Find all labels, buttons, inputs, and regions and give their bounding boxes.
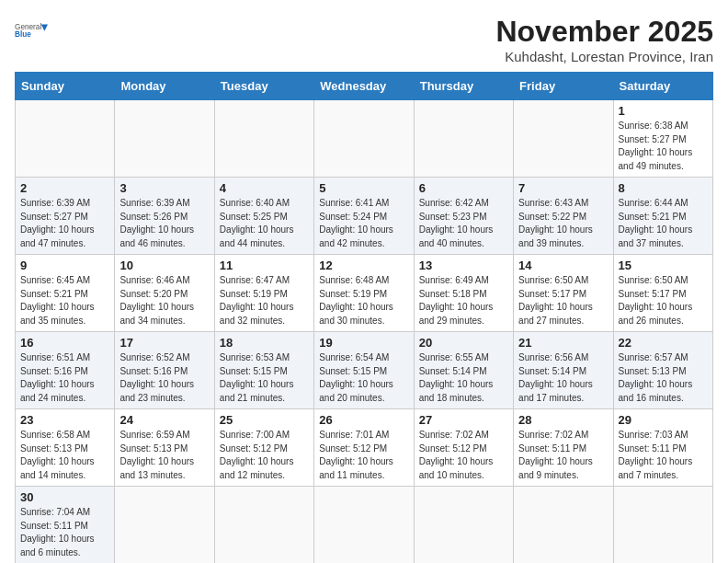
- day-number: 8: [619, 181, 708, 195]
- day-number: 21: [518, 336, 608, 350]
- day-number: 10: [119, 259, 209, 272]
- calendar-day-cell: 26Sunrise: 7:01 AMSunset: 5:12 PMDayligh…: [314, 409, 414, 487]
- weekday-header-friday: Friday: [514, 73, 613, 100]
- day-info: Sunrise: 6:48 AMSunset: 5:19 PMDaylight:…: [319, 274, 408, 327]
- day-info: Sunrise: 6:50 AMSunset: 5:17 PMDaylight:…: [518, 274, 608, 327]
- calendar-day-cell: 9Sunrise: 6:45 AMSunset: 5:21 PMDaylight…: [16, 255, 115, 332]
- calendar-day-cell: 10Sunrise: 6:46 AMSunset: 5:20 PMDayligh…: [115, 255, 214, 332]
- day-number: 4: [220, 181, 309, 195]
- day-number: 12: [319, 259, 408, 272]
- day-info: Sunrise: 7:01 AMSunset: 5:12 PMDaylight:…: [319, 429, 408, 482]
- location-subtitle: Kuhdasht, Lorestan Province, Iran: [495, 49, 713, 64]
- day-number: 9: [20, 259, 109, 272]
- day-info: Sunrise: 6:41 AMSunset: 5:24 PMDaylight:…: [319, 197, 408, 250]
- day-info: Sunrise: 7:02 AMSunset: 5:11 PMDaylight:…: [518, 429, 608, 482]
- day-info: Sunrise: 6:43 AMSunset: 5:22 PMDaylight:…: [518, 197, 608, 250]
- calendar-day-cell: 3Sunrise: 6:39 AMSunset: 5:26 PMDaylight…: [115, 178, 214, 255]
- day-number: 7: [518, 181, 608, 195]
- empty-day-cell: [214, 487, 313, 564]
- empty-day-cell: [514, 100, 613, 178]
- day-info: Sunrise: 7:03 AMSunset: 5:11 PMDaylight:…: [619, 429, 708, 482]
- day-number: 5: [319, 181, 408, 195]
- day-info: Sunrise: 7:00 AMSunset: 5:12 PMDaylight:…: [220, 429, 309, 482]
- day-info: Sunrise: 6:54 AMSunset: 5:15 PMDaylight:…: [319, 351, 408, 405]
- day-number: 18: [220, 336, 309, 350]
- logo: General Blue: [15, 18, 48, 42]
- calendar-day-cell: 18Sunrise: 6:53 AMSunset: 5:15 PMDayligh…: [214, 332, 313, 409]
- day-number: 20: [419, 336, 508, 350]
- day-number: 11: [220, 259, 309, 272]
- calendar-day-cell: 29Sunrise: 7:03 AMSunset: 5:11 PMDayligh…: [613, 409, 712, 487]
- day-info: Sunrise: 6:40 AMSunset: 5:25 PMDaylight:…: [220, 197, 309, 250]
- day-number: 16: [20, 336, 109, 350]
- calendar-week-row: 1Sunrise: 6:38 AMSunset: 5:27 PMDaylight…: [16, 100, 713, 178]
- day-info: Sunrise: 6:47 AMSunset: 5:19 PMDaylight:…: [220, 274, 309, 327]
- month-title: November 2025: [495, 15, 713, 49]
- svg-marker-2: [41, 25, 48, 31]
- empty-day-cell: [613, 487, 712, 564]
- calendar-day-cell: 12Sunrise: 6:48 AMSunset: 5:19 PMDayligh…: [314, 255, 414, 332]
- weekday-header-row: SundayMondayTuesdayWednesdayThursdayFrid…: [16, 73, 713, 100]
- calendar-day-cell: 22Sunrise: 6:57 AMSunset: 5:13 PMDayligh…: [613, 332, 712, 409]
- day-number: 3: [119, 181, 209, 195]
- day-info: Sunrise: 6:59 AMSunset: 5:13 PMDaylight:…: [119, 429, 209, 482]
- calendar-day-cell: 2Sunrise: 6:39 AMSunset: 5:27 PMDaylight…: [16, 178, 115, 255]
- calendar-week-row: 9Sunrise: 6:45 AMSunset: 5:21 PMDaylight…: [16, 255, 713, 332]
- day-number: 27: [419, 413, 508, 427]
- calendar-day-cell: 6Sunrise: 6:42 AMSunset: 5:23 PMDaylight…: [414, 178, 513, 255]
- day-number: 23: [20, 413, 109, 427]
- day-info: Sunrise: 6:38 AMSunset: 5:27 PMDaylight:…: [619, 120, 708, 173]
- day-info: Sunrise: 6:45 AMSunset: 5:21 PMDaylight:…: [20, 274, 109, 327]
- day-number: 28: [518, 413, 608, 427]
- weekday-header-monday: Monday: [115, 73, 214, 100]
- day-info: Sunrise: 6:39 AMSunset: 5:27 PMDaylight:…: [20, 197, 109, 250]
- day-info: Sunrise: 6:42 AMSunset: 5:23 PMDaylight:…: [419, 197, 508, 250]
- day-number: 14: [518, 259, 608, 272]
- empty-day-cell: [414, 100, 513, 178]
- day-number: 2: [20, 181, 109, 195]
- calendar-week-row: 16Sunrise: 6:51 AMSunset: 5:16 PMDayligh…: [16, 332, 713, 409]
- calendar-week-row: 23Sunrise: 6:58 AMSunset: 5:13 PMDayligh…: [16, 409, 713, 487]
- calendar-day-cell: 19Sunrise: 6:54 AMSunset: 5:15 PMDayligh…: [314, 332, 414, 409]
- day-number: 19: [319, 336, 408, 350]
- day-info: Sunrise: 6:49 AMSunset: 5:18 PMDaylight:…: [419, 274, 508, 327]
- weekday-header-thursday: Thursday: [414, 73, 513, 100]
- day-info: Sunrise: 7:02 AMSunset: 5:12 PMDaylight:…: [419, 429, 508, 482]
- calendar-day-cell: 8Sunrise: 6:44 AMSunset: 5:21 PMDaylight…: [613, 178, 712, 255]
- calendar-day-cell: 7Sunrise: 6:43 AMSunset: 5:22 PMDaylight…: [514, 178, 613, 255]
- day-info: Sunrise: 6:39 AMSunset: 5:26 PMDaylight:…: [119, 197, 209, 250]
- day-number: 24: [119, 413, 209, 427]
- day-number: 25: [220, 413, 309, 427]
- calendar-day-cell: 11Sunrise: 6:47 AMSunset: 5:19 PMDayligh…: [214, 255, 313, 332]
- title-area: November 2025 Kuhdasht, Lorestan Provinc…: [495, 15, 713, 64]
- calendar-day-cell: 4Sunrise: 6:40 AMSunset: 5:25 PMDaylight…: [214, 178, 313, 255]
- empty-day-cell: [314, 100, 414, 178]
- day-info: Sunrise: 6:51 AMSunset: 5:16 PMDaylight:…: [20, 351, 109, 405]
- calendar-table: SundayMondayTuesdayWednesdayThursdayFrid…: [15, 72, 713, 563]
- day-info: Sunrise: 7:04 AMSunset: 5:11 PMDaylight:…: [20, 506, 109, 559]
- empty-day-cell: [115, 100, 214, 178]
- calendar-day-cell: 21Sunrise: 6:56 AMSunset: 5:14 PMDayligh…: [514, 332, 613, 409]
- page-header: General Blue November 2025 Kuhdasht, Lor…: [15, 15, 713, 64]
- day-number: 26: [319, 413, 408, 427]
- logo-icon: General Blue: [15, 20, 48, 42]
- day-info: Sunrise: 6:50 AMSunset: 5:17 PMDaylight:…: [619, 274, 708, 327]
- calendar-day-cell: 1Sunrise: 6:38 AMSunset: 5:27 PMDaylight…: [613, 100, 712, 178]
- weekday-header-saturday: Saturday: [613, 73, 712, 100]
- empty-day-cell: [414, 487, 513, 564]
- day-number: 29: [619, 413, 708, 427]
- empty-day-cell: [16, 100, 115, 178]
- day-info: Sunrise: 6:55 AMSunset: 5:14 PMDaylight:…: [419, 351, 508, 405]
- empty-day-cell: [214, 100, 313, 178]
- calendar-day-cell: 28Sunrise: 7:02 AMSunset: 5:11 PMDayligh…: [514, 409, 613, 487]
- weekday-header-sunday: Sunday: [16, 73, 115, 100]
- empty-day-cell: [115, 487, 214, 564]
- day-number: 30: [20, 490, 109, 504]
- calendar-day-cell: 16Sunrise: 6:51 AMSunset: 5:16 PMDayligh…: [16, 332, 115, 409]
- day-info: Sunrise: 6:56 AMSunset: 5:14 PMDaylight:…: [518, 351, 608, 405]
- calendar-day-cell: 23Sunrise: 6:58 AMSunset: 5:13 PMDayligh…: [16, 409, 115, 487]
- calendar-day-cell: 5Sunrise: 6:41 AMSunset: 5:24 PMDaylight…: [314, 178, 414, 255]
- weekday-header-tuesday: Tuesday: [214, 73, 313, 100]
- day-info: Sunrise: 6:53 AMSunset: 5:15 PMDaylight:…: [220, 351, 309, 405]
- day-info: Sunrise: 6:52 AMSunset: 5:16 PMDaylight:…: [119, 351, 209, 405]
